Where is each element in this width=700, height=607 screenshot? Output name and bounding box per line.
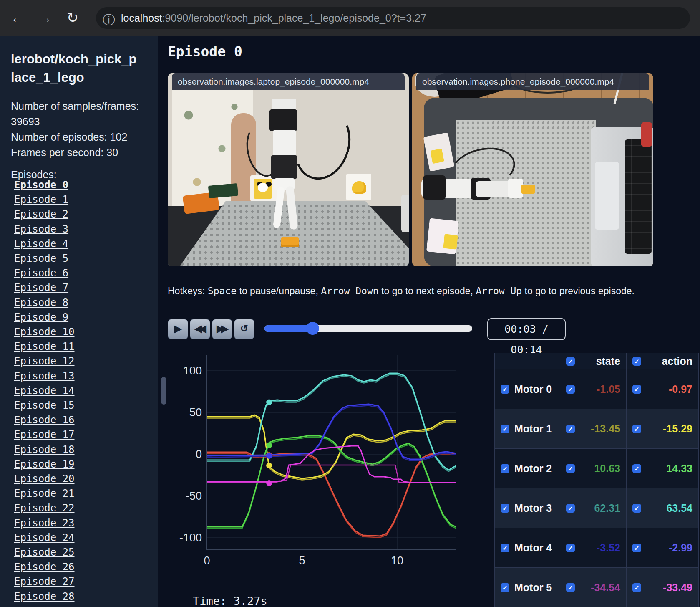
motor-row-checkbox[interactable]: ✓ [501, 385, 509, 394]
sidebar-episode-link[interactable]: Episode 21 [14, 486, 75, 501]
loop-button[interactable]: ↺ [234, 319, 254, 339]
sidebar-episode-link[interactable]: Episode 7 [14, 281, 75, 295]
sidebar-episode-link[interactable]: Episode 4 [14, 237, 75, 251]
state-column-checkbox[interactable]: ✓ [566, 357, 575, 366]
sidebar-episode-link[interactable]: Episode 14 [14, 384, 75, 398]
sidebar-episode-link[interactable]: Episode 8 [14, 296, 75, 310]
action-value: 63.54 [641, 502, 692, 514]
robot-top-bracket [272, 99, 296, 110]
episode-list: Episode 0Episode 1Episode 2Episode 3Epis… [14, 178, 75, 604]
sidebar-episode-link[interactable]: Episode 22 [14, 501, 75, 516]
state-cell-checkbox[interactable]: ✓ [566, 583, 575, 592]
url-host: localhost [121, 12, 162, 24]
url-text[interactable]: localhost:9090/lerobot/koch_pick_place_1… [121, 7, 426, 29]
table-row: ✓Motor 3✓62.31✓63.54 [495, 488, 699, 528]
action-cell-checkbox[interactable]: ✓ [632, 464, 641, 473]
sidebar-episode-link[interactable]: Episode 3 [14, 222, 75, 237]
action-cell-checkbox[interactable]: ✓ [632, 425, 641, 433]
sidebar-episode-link[interactable]: Episode 2 [14, 207, 75, 222]
key-space: Space [208, 286, 237, 296]
sidebar-episode-link[interactable]: Episode 25 [14, 545, 75, 560]
panda-face [258, 183, 268, 192]
play-button[interactable]: ▶ [168, 319, 188, 339]
video-player-laptop[interactable]: observation.images.laptop_episode_000000… [168, 73, 409, 266]
state-value: -13.45 [575, 423, 620, 435]
motor-row-checkbox[interactable]: ✓ [501, 504, 509, 513]
motor-row-checkbox[interactable]: ✓ [501, 544, 509, 552]
chart-time-label: Time: 3.27s [193, 594, 267, 607]
fast-forward-button[interactable]: ▶▶ [212, 319, 232, 339]
state-header: state [596, 355, 620, 367]
seek-slider-fill [264, 325, 312, 332]
scrollbar-thumb[interactable] [161, 377, 166, 405]
sidebar-episode-link[interactable]: Episode 16 [14, 413, 75, 427]
sidebar-episode-link[interactable]: Episode 15 [14, 398, 75, 413]
action-cell-checkbox[interactable]: ✓ [632, 504, 641, 513]
sidebar-episode-link[interactable]: Episode 5 [14, 251, 75, 266]
motor-table: ✓state ✓action ✓Motor 0✓-1.05✓-0.97✓Moto… [494, 353, 699, 607]
browser-toolbar: ← → ↻ ⓘ localhost:9090/lerobot/koch_pick… [0, 0, 700, 36]
sidebar-episode-link[interactable]: Episode 18 [14, 443, 75, 457]
motor-chart[interactable]: 100500-50-1000510 [164, 352, 460, 594]
hotkeys-help: Hotkeys: Space to pause/unpause, Arrow D… [168, 286, 635, 297]
motor-label: Motor 2 [514, 463, 554, 475]
action-cell-checkbox[interactable]: ✓ [632, 583, 641, 592]
sidebar-episode-link[interactable]: Episode 12 [14, 354, 75, 369]
state-value: -3.52 [575, 542, 620, 554]
seek-slider[interactable] [264, 325, 472, 332]
robot-joint [423, 175, 446, 200]
state-cell-checkbox[interactable]: ✓ [566, 425, 575, 433]
motor-row-checkbox[interactable]: ✓ [501, 583, 509, 592]
x-tick-label: 10 [391, 554, 403, 567]
state-cell-checkbox[interactable]: ✓ [566, 385, 575, 394]
action-cell-checkbox[interactable]: ✓ [632, 544, 641, 552]
video-player-phone[interactable]: observation.images.phone_episode_000000.… [412, 73, 653, 266]
state-cell-checkbox[interactable]: ✓ [566, 504, 575, 513]
sidebar-episode-link[interactable]: Episode 0 [14, 178, 75, 192]
key-arrow-up: Arrow Up [476, 286, 522, 296]
action-cell-checkbox[interactable]: ✓ [632, 385, 641, 394]
sidebar-episode-link[interactable]: Episode 27 [14, 574, 75, 589]
table-row: ✓Motor 2✓10.63✓14.33 [495, 449, 699, 488]
sidebar-episode-link[interactable]: Episode 13 [14, 369, 75, 384]
state-cell-checkbox[interactable]: ✓ [566, 544, 575, 552]
sidebar-episode-link[interactable]: Episode 19 [14, 457, 75, 472]
sidebar-episode-link[interactable]: Episode 11 [14, 339, 75, 354]
table-header-row: ✓state ✓action [495, 353, 699, 369]
motor-row-checkbox[interactable]: ✓ [501, 464, 509, 473]
sidebar-episode-link[interactable]: Episode 9 [14, 310, 75, 325]
y-tick-label: 100 [183, 364, 202, 377]
sidebar-episode-link[interactable]: Episode 28 [14, 589, 75, 604]
sidebar-episode-link[interactable]: Episode 6 [14, 266, 75, 281]
episodes-count: Number of episodes: 102 [11, 129, 141, 145]
sidebar-episode-link[interactable]: Episode 24 [14, 531, 75, 545]
orange-lego-brick [281, 237, 299, 247]
seek-slider-thumb[interactable] [306, 322, 319, 335]
sidebar-episode-link[interactable]: Episode 1 [14, 192, 75, 207]
sidebar-episode-link[interactable]: Episode 20 [14, 472, 75, 486]
time-cursor-marker [266, 443, 272, 448]
back-icon[interactable]: ← [8, 8, 27, 28]
action-value: -2.99 [641, 542, 692, 554]
second-robot-edge [401, 195, 409, 232]
action-column-checkbox[interactable]: ✓ [632, 357, 641, 366]
site-info-icon[interactable]: ⓘ [103, 12, 115, 29]
sidebar-episode-link[interactable]: Episode 23 [14, 516, 75, 531]
sidebar-episode-link[interactable]: Episode 26 [14, 560, 75, 574]
table-row: ✓Motor 1✓-13.45✓-15.29 [495, 409, 699, 449]
y-tick-label: 50 [189, 406, 202, 419]
sidebar-episode-link[interactable]: Episode 10 [14, 325, 75, 339]
samples-count: Number of samples/frames: 39693 [11, 99, 141, 129]
forward-icon[interactable]: → [36, 8, 54, 28]
sidebar-episode-link[interactable]: Episode 17 [14, 427, 75, 442]
video-title: observation.images.laptop_episode_000000… [172, 73, 405, 90]
reload-icon[interactable]: ↻ [63, 8, 82, 28]
motor-label: Motor 1 [514, 423, 554, 435]
motor-row-checkbox[interactable]: ✓ [501, 425, 509, 433]
table-row: ✓Motor 4✓-3.52✓-2.99 [495, 528, 699, 568]
address-bar[interactable]: ⓘ localhost:9090/lerobot/koch_pick_place… [96, 7, 690, 29]
state-cell-checkbox[interactable]: ✓ [566, 464, 575, 473]
video-frame-laptop [168, 73, 409, 266]
rewind-button[interactable]: ◀◀ [190, 319, 210, 339]
fps-value: Frames per second: 30 [11, 145, 141, 160]
